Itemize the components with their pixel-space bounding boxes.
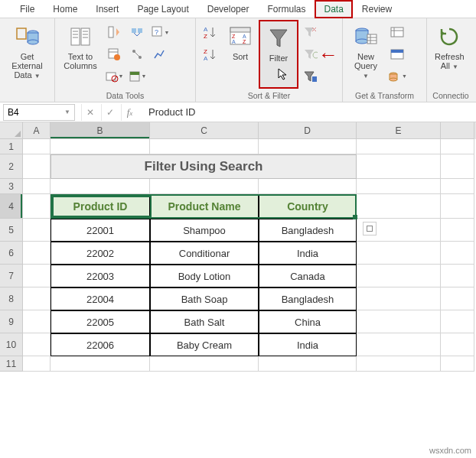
cell[interactable]	[357, 139, 441, 154]
table-cell[interactable]: Bangladesh	[259, 219, 357, 242]
row-header[interactable]: 8	[0, 287, 23, 310]
what-if-button[interactable]: ?▼	[150, 23, 170, 41]
table-header-cell[interactable]: Product ID	[51, 194, 150, 219]
table-cell[interactable]: India	[259, 242, 357, 265]
cell[interactable]	[150, 356, 259, 372]
col-header-e[interactable]: E	[357, 122, 441, 139]
cell[interactable]	[357, 310, 441, 333]
cell[interactable]	[23, 154, 51, 179]
filter-button[interactable]: Filter	[259, 20, 298, 89]
cell[interactable]	[51, 356, 150, 372]
cell[interactable]	[357, 265, 441, 287]
table-cell[interactable]: 22006	[51, 333, 150, 356]
show-queries-button[interactable]	[387, 23, 407, 41]
cell[interactable]	[259, 356, 357, 372]
cell[interactable]	[23, 265, 51, 287]
select-all-cell[interactable]	[0, 122, 23, 139]
tab-data[interactable]: Data	[315, 0, 352, 18]
sheet-title[interactable]: Filter Using Search	[51, 154, 357, 179]
table-cell[interactable]: Conditionar	[150, 242, 259, 265]
cell[interactable]	[441, 242, 474, 265]
table-header-cell[interactable]: Country	[259, 194, 357, 219]
cell[interactable]	[23, 356, 51, 372]
col-header-a[interactable]: A	[23, 122, 51, 139]
row-header[interactable]: 1	[0, 139, 23, 154]
cell[interactable]	[441, 194, 474, 219]
refresh-all-button[interactable]: Refresh All ▼	[430, 20, 469, 89]
consolidate-button[interactable]	[127, 23, 147, 41]
cell[interactable]	[23, 242, 51, 265]
cell[interactable]	[259, 139, 357, 154]
cell[interactable]	[259, 179, 357, 194]
flash-fill-button[interactable]	[104, 23, 124, 41]
table-header-cell[interactable]: Product Name	[150, 194, 259, 219]
tab-file[interactable]: File	[11, 0, 44, 18]
tab-developer[interactable]: Developer	[198, 0, 259, 18]
advanced-filter-button[interactable]	[300, 67, 320, 86]
cell[interactable]	[357, 242, 441, 265]
formula-input[interactable]: Product ID	[142, 106, 476, 118]
row-header[interactable]: 6	[0, 242, 23, 265]
cell[interactable]	[357, 287, 441, 310]
sort-button[interactable]: ZAAZ Sort	[222, 20, 259, 89]
recent-sources-button[interactable]: ▼	[387, 67, 407, 86]
cell[interactable]	[150, 139, 259, 154]
cell[interactable]	[441, 333, 474, 356]
cell[interactable]	[441, 179, 474, 194]
row-header[interactable]: 2	[0, 154, 23, 179]
table-cell[interactable]: Bath Salt	[150, 310, 259, 333]
remove-duplicates-button[interactable]	[104, 45, 124, 63]
clear-filter-button[interactable]	[300, 23, 320, 41]
cell[interactable]	[51, 179, 150, 194]
cell[interactable]	[23, 194, 51, 219]
cell[interactable]	[23, 310, 51, 333]
cancel-icon[interactable]: ✕	[81, 104, 98, 121]
sort-desc-button[interactable]: ZA	[201, 45, 220, 63]
cell[interactable]	[150, 179, 259, 194]
from-table-button[interactable]	[387, 45, 407, 63]
table-cell[interactable]: China	[259, 310, 357, 333]
cell[interactable]	[357, 179, 441, 194]
row-header[interactable]: 5	[0, 219, 23, 242]
col-header-b[interactable]: B	[51, 122, 150, 139]
table-cell[interactable]: Canada	[259, 265, 357, 287]
table-cell[interactable]: 22003	[51, 265, 150, 287]
cell[interactable]	[23, 219, 51, 242]
reapply-button[interactable]	[300, 45, 320, 63]
table-cell[interactable]: 22005	[51, 310, 150, 333]
col-header-c[interactable]: C	[150, 122, 259, 139]
row-header[interactable]: 9	[0, 310, 23, 333]
cell[interactable]	[441, 310, 474, 333]
table-cell[interactable]: 22002	[51, 242, 150, 265]
relationships-button[interactable]	[127, 45, 147, 63]
name-box[interactable]: B4 ▼	[3, 104, 75, 121]
cell[interactable]	[441, 219, 474, 242]
fx-icon[interactable]: fx	[121, 104, 138, 121]
text-to-columns-button[interactable]: Text to Columns	[58, 20, 103, 89]
forecast-button[interactable]	[150, 45, 170, 63]
sort-asc-button[interactable]: AZ	[201, 23, 220, 41]
row-header[interactable]: 10	[0, 333, 23, 356]
tab-insert[interactable]: Insert	[86, 0, 128, 18]
data-validation-button[interactable]: ▼	[104, 67, 124, 86]
cell[interactable]	[23, 333, 51, 356]
cell[interactable]	[357, 333, 441, 356]
table-cell[interactable]: Baby Cream	[150, 333, 259, 356]
row-header[interactable]: 3	[0, 179, 23, 194]
cell[interactable]	[441, 139, 474, 154]
row-header[interactable]: 7	[0, 265, 23, 287]
table-cell[interactable]: Shampoo	[150, 219, 259, 242]
col-header-more[interactable]	[441, 122, 474, 139]
new-query-button[interactable]: New Query ▼	[346, 20, 386, 89]
tab-review[interactable]: Review	[353, 0, 401, 18]
cell[interactable]	[441, 265, 474, 287]
table-cell[interactable]: Bath Soap	[150, 287, 259, 310]
enter-icon[interactable]: ✓	[101, 104, 118, 121]
row-header[interactable]: 4	[0, 194, 23, 219]
cell[interactable]	[23, 139, 51, 154]
cell[interactable]	[441, 154, 474, 179]
manage-data-model-button[interactable]: ▼	[127, 67, 147, 86]
table-cell[interactable]: 22004	[51, 287, 150, 310]
get-external-data-button[interactable]: Get External Data ▼	[3, 20, 51, 98]
cell[interactable]	[357, 194, 441, 219]
